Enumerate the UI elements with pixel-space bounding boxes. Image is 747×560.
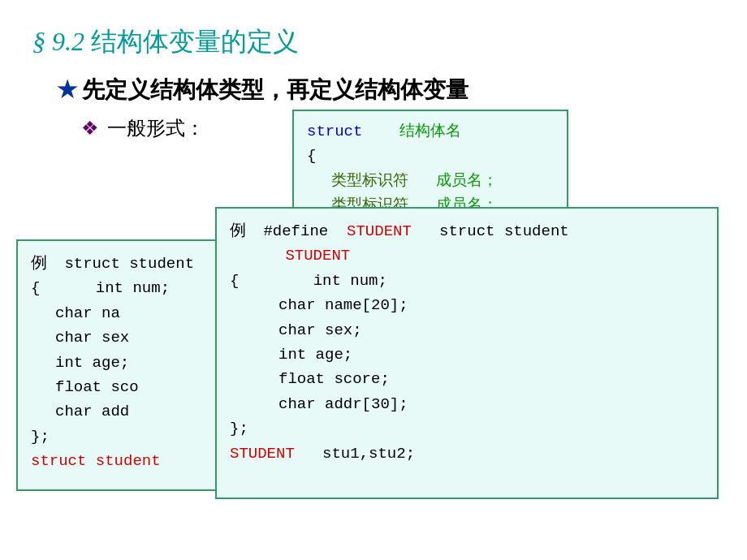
slide-page: § 9.2 结构体变量的定义 ★先定义结构体类型，再定义结构体变量 ❖ 一般形式… bbox=[0, 0, 747, 560]
left-struct-student: struct student bbox=[64, 255, 194, 273]
section-title: § 9.2 结构体变量的定义 bbox=[32, 24, 715, 60]
instance-student: STUDENT bbox=[230, 445, 295, 463]
main-float-score: float score; bbox=[230, 367, 704, 391]
type-label1: 类型标识符 bbox=[331, 172, 408, 190]
open-brace: { bbox=[307, 147, 316, 165]
instance-vars: stu1,stu2; bbox=[304, 445, 415, 463]
syntax-line3: 类型标识符 成员名； bbox=[307, 169, 554, 193]
main-brace-close: }; bbox=[230, 416, 704, 441]
syntax-line2: { bbox=[307, 144, 554, 168]
main-int-num: int num; bbox=[313, 272, 387, 290]
main-char-name: char name[20]; bbox=[230, 293, 704, 317]
left-line6: float sco bbox=[31, 375, 245, 399]
subtitle-bold: 结构体变量 bbox=[355, 77, 468, 102]
main-student-line: STUDENT bbox=[230, 243, 704, 268]
main-brace-open: { int num; bbox=[230, 269, 704, 293]
student-keyword: STUDENT bbox=[230, 247, 350, 265]
left-line8: }; bbox=[31, 424, 245, 449]
left-example-label: 例 bbox=[31, 253, 55, 271]
struct-name-placeholder: 结构体名 bbox=[399, 123, 461, 140]
left-line2: { int num; bbox=[31, 276, 245, 300]
subtitle-text1: 先定义结构体类型，再定义 bbox=[82, 77, 355, 102]
define-kw: #define bbox=[263, 222, 337, 240]
left-line5: int age; bbox=[31, 351, 245, 375]
diamond-icon: ❖ bbox=[81, 115, 99, 143]
syntax-line1: struct 结构体名 bbox=[307, 119, 554, 144]
main-instance-line: STUDENT stu1,stu2; bbox=[230, 442, 704, 466]
define-name: STUDENT bbox=[347, 222, 412, 240]
main-char-sex: char sex; bbox=[230, 318, 704, 342]
left-ex-header: 例 struct student bbox=[31, 249, 245, 276]
subtitle: ★先定义结构体类型，再定义结构体变量 bbox=[32, 75, 715, 106]
member-label1: 成员名； bbox=[436, 172, 498, 190]
left-line4: char sex bbox=[31, 325, 245, 350]
left-line7: char add bbox=[31, 399, 245, 424]
struct-kw: struct bbox=[307, 123, 362, 140]
left-line9: struct student bbox=[31, 449, 245, 473]
define-val: struct student bbox=[421, 222, 568, 240]
section-number: § 9.2 bbox=[32, 27, 84, 56]
section-title-text: 结构体变量的定义 bbox=[91, 27, 299, 56]
star-icon: ★ bbox=[57, 77, 77, 102]
left-line3: char na bbox=[31, 301, 245, 325]
main-int-age: int age; bbox=[230, 342, 704, 367]
main-example-box: 例 #define STUDENT struct student STUDENT… bbox=[215, 207, 719, 499]
main-define-line: 例 #define STUDENT struct student bbox=[230, 217, 704, 243]
main-example-label: 例 bbox=[230, 221, 254, 239]
form-label: 一般形式： bbox=[107, 115, 205, 143]
main-char-addr: char addr[30]; bbox=[230, 392, 704, 416]
